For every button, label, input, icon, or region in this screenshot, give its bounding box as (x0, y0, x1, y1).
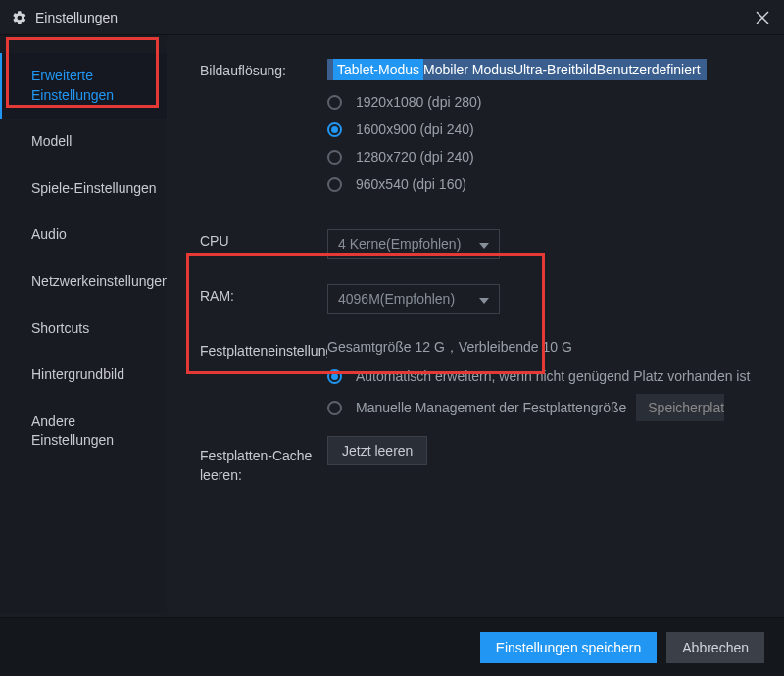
sidebar-erweiterte[interactable]: Erweiterte Einstellungen (0, 53, 167, 119)
settings-icon (12, 10, 27, 25)
ram-select[interactable]: 4096M(Empfohlen) (327, 284, 500, 314)
display-mode-2[interactable]: Ultra-Breitbild (514, 62, 597, 77)
resolution-option-label: 960x540 (dpi 160) (356, 176, 466, 192)
resolution-option-2[interactable]: 1280x720 (dpi 240) (327, 149, 759, 165)
cache-label: Festplatten-Cache leeren: (200, 443, 327, 485)
chevron-down-icon (479, 291, 489, 307)
footer: Einstellungen speichern Abbrechen (0, 617, 784, 676)
sidebar-shortcuts[interactable]: Shortcuts (0, 306, 167, 353)
close-icon (756, 11, 769, 24)
radio-icon (327, 401, 342, 415)
sidebar-audio[interactable]: Audio (0, 212, 167, 259)
resolution-option-1[interactable]: 1600x900 (dpi 240) (327, 121, 759, 137)
save-button[interactable]: Einstellungen speichern (480, 632, 658, 663)
resolution-label: Bildauflösung: (200, 59, 327, 204)
disk-info: Gesamtgröße 12 G，Verbleibende 10 G (327, 339, 759, 357)
close-button[interactable] (753, 8, 772, 27)
cpu-select-value: 4 Kerne(Empfohlen) (338, 236, 461, 252)
cancel-button[interactable]: Abbrechen (666, 632, 764, 663)
sidebar-andere[interactable]: Andere Einstellungen (0, 399, 167, 464)
window-title: Einstellungen (35, 10, 118, 25)
ram-label: RAM: (200, 284, 327, 314)
disk-expand-button[interactable]: Speicherplatz erweitern (636, 394, 724, 421)
display-mode-tabs[interactable]: Tablet-ModusMobiler ModusUltra-Breitbild… (327, 59, 707, 80)
content-panel: Bildauflösung: Tablet-ModusMobiler Modus… (167, 35, 784, 613)
sidebar-spiele[interactable]: Spiele-Einstellungen (0, 166, 167, 213)
radio-icon (327, 369, 342, 384)
clear-cache-button[interactable]: Jetzt leeren (327, 436, 427, 465)
display-mode-1[interactable]: Mobiler Modus (423, 62, 514, 77)
resolution-option-label: 1280x720 (dpi 240) (356, 149, 474, 165)
disk-auto-option[interactable]: Automatisch erweitern, wenn nicht genüge… (327, 368, 759, 384)
display-mode-0[interactable]: Tablet-Modus (333, 59, 423, 80)
chevron-down-icon (479, 236, 489, 252)
cpu-label: CPU (200, 229, 327, 259)
radio-icon (327, 150, 342, 165)
radio-icon (327, 122, 342, 137)
resolution-option-label: 1600x900 (dpi 240) (356, 121, 474, 137)
titlebar: Einstellungen (0, 0, 784, 35)
disk-manual-label: Manuelle Management der Festplattengröße (356, 400, 626, 415)
sidebar-hintergrund[interactable]: Hintergrundbild (0, 352, 167, 399)
disk-manual-option[interactable]: Manuelle Management der Festplattengröße… (327, 394, 759, 421)
resolution-option-label: 1920x1080 (dpi 280) (356, 94, 481, 110)
disk-auto-label: Automatisch erweitern, wenn nicht genüge… (356, 368, 750, 384)
ram-select-value: 4096M(Empfohlen) (338, 291, 455, 307)
resolution-option-3[interactable]: 960x540 (dpi 160) (327, 176, 759, 192)
resolution-option-0[interactable]: 1920x1080 (dpi 280) (327, 94, 759, 110)
disk-label: Festplatteneinstellungen (200, 339, 327, 431)
sidebar-modell[interactable]: Modell (0, 119, 167, 166)
cpu-select[interactable]: 4 Kerne(Empfohlen) (327, 229, 500, 259)
display-mode-3[interactable]: Benutzerdefiniert (597, 62, 701, 77)
sidebar: Erweiterte EinstellungenModellSpiele-Ein… (0, 35, 167, 613)
radio-icon (327, 177, 342, 192)
radio-icon (327, 95, 342, 110)
sidebar-netzwerk[interactable]: Netzwerkeinstellungen (0, 259, 167, 306)
